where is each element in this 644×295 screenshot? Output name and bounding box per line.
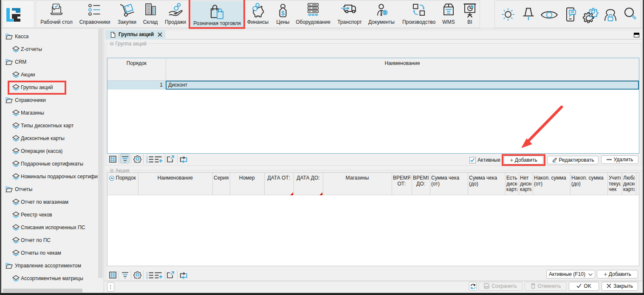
svg-text:$: $ xyxy=(281,10,285,17)
svg-text:3: 3 xyxy=(146,160,148,163)
svg-text:3: 3 xyxy=(146,276,148,279)
